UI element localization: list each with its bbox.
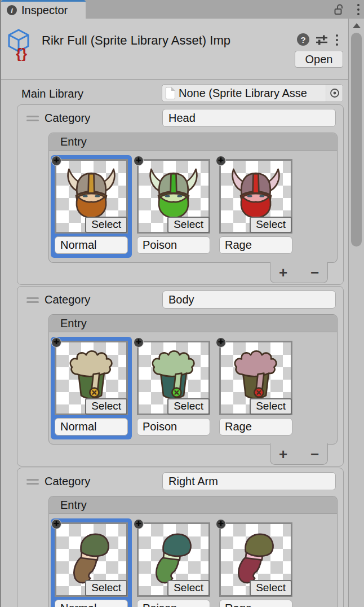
entry-cell[interactable]: + Select Poison (133, 337, 214, 439)
sprite-thumbnail[interactable]: + Select (219, 159, 292, 234)
category-name-field[interactable]: Right Arm (162, 472, 336, 490)
add-entry-button[interactable]: + (275, 446, 292, 463)
add-sprite-icon[interactable]: + (216, 519, 226, 529)
drag-handle-icon[interactable] (26, 297, 39, 305)
entry-name-field[interactable]: Rage (219, 600, 292, 607)
add-sprite-icon[interactable]: + (216, 156, 226, 166)
scroll-up-arrow-icon[interactable] (353, 23, 361, 28)
add-sprite-icon[interactable]: + (134, 337, 144, 348)
entry-name-field[interactable]: Normal (55, 600, 128, 607)
tab-inspector[interactable]: i Inspector (1, 0, 86, 19)
entry-header: Entry (49, 315, 337, 332)
entry-name-field[interactable]: Poison (137, 236, 210, 254)
entry-label: Entry (60, 499, 87, 512)
entry-header: Entry (49, 133, 337, 151)
select-button[interactable]: Select (85, 398, 127, 415)
asset-title: Rikr Full (Sprite Library Asset) Imp (42, 33, 293, 48)
category-row: Category Head (17, 109, 343, 128)
entry-name-field[interactable]: Normal (55, 236, 128, 254)
entry-name-field[interactable]: Poison (137, 418, 210, 436)
help-icon[interactable]: ? (297, 33, 309, 46)
add-sprite-icon[interactable]: + (51, 519, 61, 529)
tab-more-menu-icon[interactable] (357, 4, 359, 15)
entry-header: Entry (49, 496, 337, 514)
category-label: Category (45, 475, 90, 488)
remove-entry-button[interactable]: − (307, 446, 323, 463)
entry-list-footer: + − (17, 445, 343, 466)
document-icon (166, 87, 175, 99)
sprite-thumbnail[interactable]: + Select (137, 159, 210, 234)
select-button[interactable]: Select (250, 217, 292, 233)
entry-cell[interactable]: + Select Normal (51, 155, 132, 258)
entry-cell[interactable]: + Select Poison (133, 518, 214, 607)
category-row: Category Body (17, 291, 343, 310)
entry-list: + Select Normal + Select Poison (49, 514, 337, 607)
select-button[interactable]: Select (167, 398, 210, 415)
sprite-thumbnail[interactable]: + Select (137, 341, 210, 415)
header-more-menu-icon[interactable] (336, 34, 338, 46)
target-icon (329, 87, 340, 99)
category-name-field[interactable]: Body (162, 291, 336, 309)
object-field-value: None (Sprite Library Asse (179, 87, 326, 100)
sprite-thumbnail[interactable]: + Select (219, 522, 292, 597)
add-sprite-icon[interactable]: + (216, 337, 226, 348)
tab-bar: i Inspector (0, 0, 364, 19)
category-row: Category Right Arm (17, 472, 343, 491)
main-library-object-field[interactable]: None (Sprite Library Asse (162, 84, 343, 102)
entry-cell[interactable]: + Select Rage (215, 155, 296, 258)
entry-list-footer: + − (17, 263, 343, 284)
inspector-content: Main Library None (Sprite Library Asse C… (0, 80, 348, 607)
select-button[interactable]: Select (85, 580, 127, 596)
object-picker-button[interactable] (326, 85, 343, 102)
entry-label: Entry (60, 135, 87, 148)
select-button[interactable]: Select (250, 398, 292, 415)
entry-cell[interactable]: + Select Rage (215, 518, 296, 607)
asset-header: {} Rikr Full (Sprite Library Asset) Imp … (0, 19, 348, 80)
info-icon: i (7, 5, 17, 15)
sprite-library-asset-icon: {} (7, 28, 35, 61)
presets-icon[interactable] (315, 34, 329, 46)
add-sprite-icon[interactable]: + (51, 337, 61, 348)
footer-buttons: + − (270, 443, 328, 465)
scrollbar-thumb[interactable] (351, 33, 362, 247)
sprite-thumbnail[interactable]: + Select (55, 341, 128, 415)
entry-name-field[interactable]: Poison (137, 600, 210, 607)
sprite-thumbnail[interactable]: + Select (219, 341, 292, 415)
add-sprite-icon[interactable]: + (134, 519, 144, 529)
category-label: Category (45, 112, 90, 125)
add-sprite-icon[interactable]: + (134, 156, 144, 166)
tab-label: Inspector (21, 4, 68, 17)
remove-entry-button[interactable]: − (307, 264, 323, 281)
sprite-thumbnail[interactable]: + Select (55, 522, 128, 597)
entry-cell[interactable]: + Select Rage (215, 337, 296, 439)
unlock-icon[interactable] (334, 3, 345, 16)
entry-cell[interactable]: + Select Normal (51, 337, 132, 439)
open-button[interactable]: Open (295, 51, 343, 68)
add-sprite-icon[interactable]: + (51, 156, 61, 166)
main-library-row: Main Library None (Sprite Library Asse (0, 84, 348, 104)
select-button[interactable]: Select (250, 580, 292, 596)
vertical-scrollbar[interactable] (348, 19, 364, 607)
category-box-right-arm: Category Right Arm Entry + Select Normal (17, 468, 344, 607)
entry-cell[interactable]: + Select Normal (51, 518, 132, 607)
select-button[interactable]: Select (167, 217, 210, 233)
sprite-thumbnail[interactable]: + Select (55, 159, 128, 234)
entry-name-field[interactable]: Normal (55, 418, 128, 436)
entry-name-field[interactable]: Rage (219, 418, 292, 436)
entry-list: + Select Normal + Select Poison (49, 332, 337, 444)
entry-cell[interactable]: + Select Poison (133, 155, 214, 258)
inspector-panel: i Inspector {} Rikr Full (Sprite Library… (0, 0, 364, 607)
entry-box: Entry + Select Normal + (48, 314, 338, 445)
select-button[interactable]: Select (167, 580, 210, 596)
entry-label: Entry (60, 317, 87, 330)
drag-handle-icon[interactable] (26, 479, 39, 487)
category-box-body: Category Body Entry + Select Normal (17, 286, 344, 467)
entry-name-field[interactable]: Rage (219, 236, 292, 254)
sprite-thumbnail[interactable]: + Select (137, 522, 210, 597)
add-entry-button[interactable]: + (275, 264, 292, 281)
category-name-field[interactable]: Head (162, 109, 336, 127)
drag-handle-icon[interactable] (26, 116, 39, 124)
select-button[interactable]: Select (85, 217, 127, 233)
category-box-head: Category Head Entry + Select Normal (17, 104, 344, 285)
main-library-label: Main Library (21, 87, 83, 100)
